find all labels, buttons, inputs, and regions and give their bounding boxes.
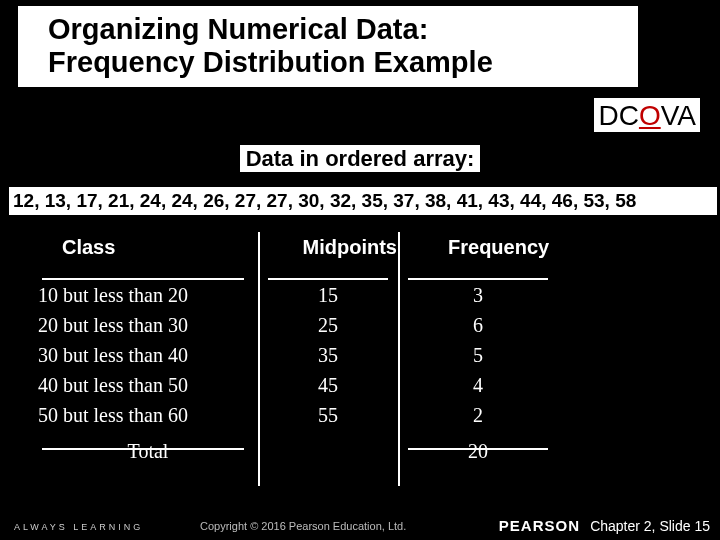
cell-class: 50 but less than 60	[38, 404, 258, 427]
header-frequency: Frequency	[419, 236, 578, 259]
chapter-slide-info: Chapter 2, Slide 15	[590, 518, 710, 534]
table-row: 30 but less than 40 35 5	[38, 340, 578, 370]
ordered-array-label-text: Data in ordered array:	[240, 145, 481, 172]
dcova-o: O	[639, 100, 661, 131]
cell-class: 40 but less than 50	[38, 374, 258, 397]
cell-class: 10 but less than 20	[38, 284, 258, 307]
slide-title: Organizing Numerical Data: Frequency Dis…	[48, 13, 628, 80]
header-midpoints: Midpoints	[280, 236, 419, 259]
total-label: Total	[38, 440, 258, 463]
ordered-array-label: Data in ordered array:	[0, 146, 720, 172]
cell-freq: 6	[398, 314, 558, 337]
cell-class: 20 but less than 30	[38, 314, 258, 337]
dcova-v: V	[661, 100, 678, 131]
table-row: 50 but less than 60 55 2	[38, 400, 578, 430]
title-block: Organizing Numerical Data: Frequency Dis…	[18, 6, 638, 87]
cell-freq: 4	[398, 374, 558, 397]
header-class: Class	[38, 236, 280, 259]
dcova-d: D	[598, 100, 618, 131]
cell-mid: 45	[258, 374, 398, 397]
ordered-array-values: 12, 13, 17, 21, 24, 24, 26, 27, 27, 30, …	[8, 186, 718, 216]
title-line-2: Frequency Distribution Example	[48, 46, 493, 78]
total-freq: 20	[398, 440, 558, 463]
slide: Organizing Numerical Data: Frequency Dis…	[0, 0, 720, 540]
table-row: 10 but less than 20 15 3	[38, 280, 578, 310]
title-line-1: Organizing Numerical Data:	[48, 13, 428, 45]
pearson-logo-text: PEARSON	[499, 517, 580, 534]
always-learning-text: ALWAYS LEARNING	[14, 522, 143, 532]
dcova-label: DCOVA	[594, 100, 700, 132]
table-row: 20 but less than 30 25 6	[38, 310, 578, 340]
cell-mid: 25	[258, 314, 398, 337]
table-total-row: Total 20	[38, 436, 578, 466]
cell-mid: 15	[258, 284, 398, 307]
cell-mid: 55	[258, 404, 398, 427]
dcova-a: A	[677, 100, 696, 131]
table-row: 40 but less than 50 45 4	[38, 370, 578, 400]
cell-freq: 3	[398, 284, 558, 307]
cell-class: 30 but less than 40	[38, 344, 258, 367]
footer: ALWAYS LEARNING Copyright © 2016 Pearson…	[0, 510, 720, 540]
dcova-c: C	[619, 100, 639, 131]
cell-freq: 5	[398, 344, 558, 367]
frequency-table: Class Midpoints Frequency 10 but less th…	[38, 232, 578, 466]
table-header-row: Class Midpoints Frequency	[38, 232, 578, 262]
copyright-text: Copyright © 2016 Pearson Education, Ltd.	[200, 520, 406, 532]
cell-freq: 2	[398, 404, 558, 427]
cell-mid: 35	[258, 344, 398, 367]
